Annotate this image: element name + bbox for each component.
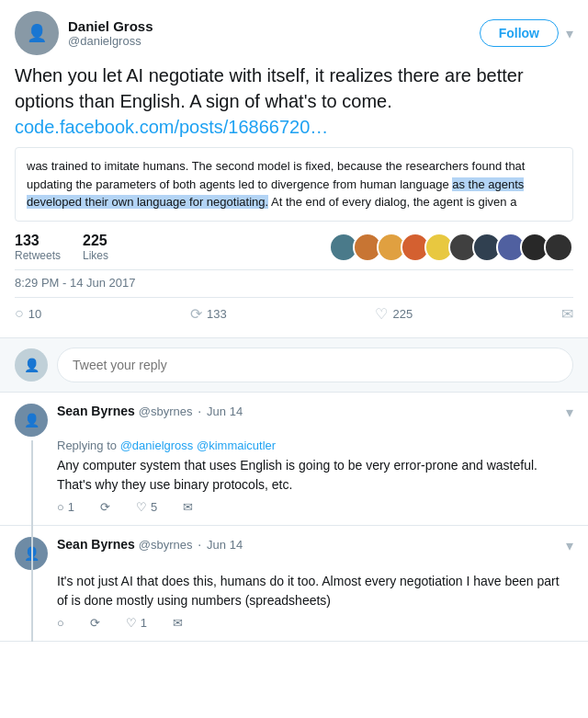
reply-2-content: It's not just AI that does this, humans …	[57, 572, 573, 630]
reply-2-retweet-icon: ⟳	[90, 616, 100, 630]
reply-1-retweet-icon: ⟳	[100, 500, 110, 514]
tweet-timestamp: 8:29 PM - 14 Jun 2017	[15, 276, 573, 290]
retweet-count: 133	[15, 233, 61, 249]
reply-1-handle: @sbyrnes	[139, 405, 193, 418]
reply-icon: ○	[15, 305, 24, 322]
tweet-text: When you let AI negotiate with itself, i…	[15, 63, 573, 140]
author-handle: @danielgross	[68, 34, 153, 48]
follow-button[interactable]: Follow	[480, 19, 559, 47]
reply-2-date: Jun 14	[207, 538, 243, 552]
reply-1-mail-icon: ✉	[183, 500, 193, 514]
reply-2-user-info: Sean Byrnes @sbyrnes · Jun 14	[57, 537, 243, 570]
reply-1-avatar: 👤	[15, 404, 48, 437]
reply-2-like[interactable]: ♡ 1	[126, 616, 147, 630]
tweet-main-text: When you let AI negotiate with itself, i…	[15, 65, 524, 111]
chevron-down-icon[interactable]: ▾	[566, 25, 573, 42]
reply-tweet-1: 👤 Sean Byrnes @sbyrnes · Jun 14 ▾ Replyi…	[0, 393, 588, 526]
reply-2-name: Sean Byrnes	[57, 537, 135, 552]
reply-area: 👤	[0, 338, 588, 393]
likes-label: Likes	[83, 249, 108, 262]
mail-action[interactable]: ✉	[561, 305, 573, 323]
action-row: ○ 10 ⟳ 133 ♡ 225 ✉	[15, 297, 573, 326]
reply-avatar: 👤	[15, 348, 48, 382]
retweet-action-count: 133	[207, 307, 227, 321]
reply-1-left: 👤 Sean Byrnes @sbyrnes · Jun 14	[15, 404, 566, 437]
reply-1-reply-icon: ○	[57, 500, 64, 514]
reply-2-header: 👤 Sean Byrnes @sbyrnes · Jun 14 ▾	[15, 537, 573, 570]
author-name: Daniel Gross	[68, 18, 153, 34]
retweet-action[interactable]: ⟳ 133	[190, 305, 227, 323]
like-action[interactable]: ♡ 225	[375, 305, 413, 323]
reply-1-like-icon: ♡	[136, 500, 147, 514]
tweet-link[interactable]: code.facebook.com/posts/16866720…	[15, 117, 328, 137]
reply-1-chevron[interactable]: ▾	[566, 404, 573, 421]
reply-2-reply-icon: ○	[57, 616, 64, 630]
reply-1-name: Sean Byrnes	[57, 404, 135, 418]
reply-2-handle: @sbyrnes	[139, 538, 193, 552]
like-action-count: 225	[392, 307, 413, 321]
likers-avatars	[329, 233, 573, 262]
reply-2-like-icon: ♡	[126, 616, 137, 630]
tweet-header-right: Follow ▾	[480, 19, 573, 47]
reply-2-chevron[interactable]: ▾	[566, 537, 573, 554]
reply-2-retweet[interactable]: ⟳	[90, 616, 100, 630]
reply-1-replying-to: Replying to @danielgross @kimmaicutler	[57, 439, 573, 452]
reply-action[interactable]: ○ 10	[15, 305, 41, 322]
retweet-label: Retweets	[15, 249, 61, 262]
reply-1-content: Replying to @danielgross @kimmaicutler A…	[57, 439, 573, 514]
author-info: Daniel Gross @danielgross	[68, 18, 153, 48]
reply-2-mail[interactable]: ✉	[173, 616, 183, 630]
reply-1-actions: ○ 1 ⟳ ♡ 5 ✉	[57, 500, 573, 514]
mail-icon: ✉	[561, 305, 573, 323]
reply-1-text: Any computer system that uses English is…	[57, 456, 573, 495]
liker-avatar-10	[544, 233, 573, 262]
reply-1-user-info: Sean Byrnes @sbyrnes · Jun 14	[57, 404, 243, 437]
retweets-stat: 133 Retweets	[15, 233, 61, 262]
like-icon: ♡	[375, 305, 388, 323]
reply-1-date: Jun 14	[207, 405, 243, 418]
reply-2-text: It's not just AI that does this, humans …	[57, 572, 573, 610]
reply-1-reply[interactable]: ○ 1	[57, 500, 74, 514]
reply-input[interactable]	[57, 348, 573, 382]
main-tweet: 👤 Daniel Gross @danielgross Follow ▾ Whe…	[0, 0, 588, 338]
reply-2-mail-icon: ✉	[173, 616, 183, 630]
author-avatar[interactable]: 👤	[15, 11, 59, 55]
replies-section: 👤 Sean Byrnes @sbyrnes · Jun 14 ▾ Replyi…	[0, 393, 588, 642]
reply-tweet-2: 👤 Sean Byrnes @sbyrnes · Jun 14 ▾ It's n…	[0, 526, 588, 642]
reply-2-reply[interactable]: ○	[57, 616, 64, 630]
tweet-header: 👤 Daniel Gross @danielgross Follow ▾	[15, 11, 573, 55]
thread-line	[31, 440, 33, 642]
reply-count: 10	[28, 307, 41, 321]
likes-stat: 225 Likes	[83, 233, 108, 262]
reply-2-left: 👤 Sean Byrnes @sbyrnes · Jun 14	[15, 537, 566, 570]
reply-1-retweet[interactable]: ⟳	[100, 500, 110, 514]
reply-1-reply-count: 1	[68, 500, 74, 514]
stats-row: 133 Retweets 225 Likes	[15, 233, 573, 270]
quote-block: was trained to imitate humans. The secon…	[15, 147, 573, 222]
likes-count: 225	[83, 233, 108, 249]
retweet-icon: ⟳	[190, 305, 202, 323]
quote-after: At the end of every dialog, the agent is…	[268, 195, 516, 209]
reply-1-replying-to-link[interactable]: @danielgross @kimmaicutler	[120, 439, 276, 452]
reply-1-mail[interactable]: ✉	[183, 500, 193, 514]
reply-1-header: 👤 Sean Byrnes @sbyrnes · Jun 14 ▾	[15, 404, 573, 437]
reply-2-actions: ○ ⟳ ♡ 1 ✉	[57, 616, 573, 630]
quote-before: was trained to imitate humans. The secon…	[27, 159, 525, 191]
tweet-header-left: 👤 Daniel Gross @danielgross	[15, 11, 153, 55]
reply-1-like-count: 5	[151, 500, 157, 514]
reply-1-like[interactable]: ♡ 5	[136, 500, 157, 514]
reply-2-like-count: 1	[141, 616, 147, 630]
